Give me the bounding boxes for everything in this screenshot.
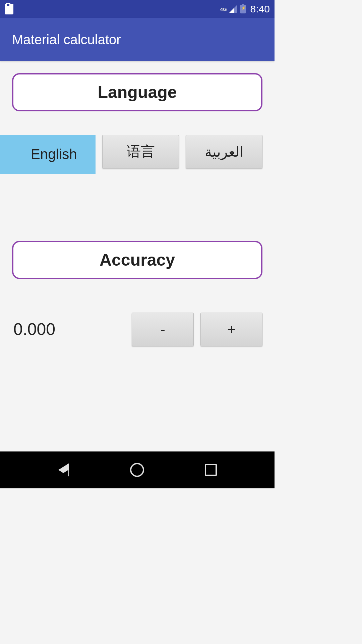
accuracy-title: Accuracy [100, 251, 175, 269]
status-bar: 4G 8:40 [0, 0, 275, 18]
accuracy-controls: 0.000 - + [12, 313, 262, 346]
battery-icon [240, 5, 246, 13]
status-time: 8:40 [250, 3, 270, 15]
status-right: 4G 8:40 [220, 3, 270, 15]
app-bar: Material calculator [0, 18, 275, 61]
language-option-chinese[interactable]: 语言 [102, 135, 179, 168]
language-title: Language [98, 83, 177, 102]
accuracy-section-header: Accuracy [12, 241, 262, 279]
content-area: Language English 语言 العربية Accuracy 0.0… [0, 61, 275, 451]
navigation-bar [0, 451, 275, 488]
accuracy-value: 0.000 [12, 320, 125, 339]
app-title: Material calculator [12, 32, 121, 47]
nav-home-button[interactable] [127, 460, 147, 480]
language-section-header: Language [12, 73, 262, 111]
nav-back-button[interactable] [54, 460, 74, 480]
accuracy-decrease-button[interactable]: - [132, 313, 194, 346]
nav-recent-button[interactable] [201, 460, 221, 480]
language-option-english[interactable]: English [0, 135, 96, 174]
home-icon [130, 463, 144, 477]
signal-icon [229, 5, 237, 13]
recent-icon [205, 464, 217, 476]
language-option-arabic[interactable]: العربية [186, 135, 262, 168]
language-buttons-row: English 语言 العربية [12, 135, 262, 174]
network-type: 4G [220, 6, 227, 12]
sd-card-icon [5, 4, 13, 14]
accuracy-increase-button[interactable]: + [200, 313, 262, 346]
status-left [5, 4, 13, 14]
back-icon [58, 463, 69, 477]
